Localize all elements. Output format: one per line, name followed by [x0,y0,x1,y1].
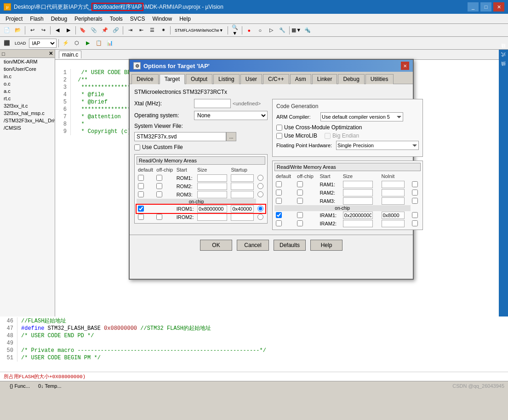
iram2-offchip-cb[interactable] [297,220,303,226]
bookmark2-button[interactable]: 📎 [89,25,99,35]
help-button[interactable]: Help [310,240,342,251]
back-button[interactable]: ◀ [52,25,63,35]
tab-output[interactable]: Output [186,74,212,84]
arm-compiler-select[interactable]: Use default compiler version 5 [320,112,403,121]
iram2-noinit-cb[interactable] [412,220,418,226]
ram3-default-cb[interactable] [276,198,282,204]
rom3-startup-radio[interactable] [257,191,263,197]
sidebar-close[interactable]: ✕ [49,51,53,57]
debug-run-button[interactable]: ▷ [266,25,276,35]
ram1-default-cb[interactable] [276,181,282,187]
stop-button[interactable]: ○ [255,25,265,35]
menu-project[interactable]: Project [2,15,26,23]
rom1-size-input[interactable] [231,174,254,182]
indent-button[interactable]: ⇥ [125,25,135,35]
rom2-start-input[interactable] [197,183,227,190]
iram2-size-input[interactable] [382,220,405,227]
func-tab[interactable]: {} Func... [6,382,34,390]
xtal-input[interactable] [194,99,231,108]
rom1-offchip-cb[interactable] [156,175,162,181]
grid-button[interactable]: ▦▼ [291,25,302,35]
tab-linker[interactable]: Linker [312,74,337,84]
tb2-play[interactable]: ▶ [83,38,93,48]
ram2-noinit-cb[interactable] [412,190,418,196]
ram1-start-input[interactable] [343,181,373,188]
ram2-offchip-cb[interactable] [297,190,303,196]
undo-button[interactable]: ↩ [27,25,37,35]
run-button[interactable]: ● [244,25,254,35]
ram2-default-cb[interactable] [276,190,282,196]
tb2-btn1[interactable]: ⬛ [2,38,12,48]
irom1-startup-radio[interactable] [257,206,263,212]
irom2-size-input[interactable] [231,213,254,221]
tab-user[interactable]: User [240,74,262,84]
rom2-size-input[interactable] [231,183,254,190]
irom2-default-cb[interactable] [138,214,144,220]
sidebar-item-8[interactable]: /STM32F3xx_HAL_Driv [0,117,55,124]
sidebar-item-2[interactable]: in.c [0,73,55,80]
iram1-size-input[interactable] [382,212,405,219]
iram2-default-cb[interactable] [276,220,282,226]
settings-button[interactable]: 🔧 [277,25,287,35]
ram3-size-input[interactable] [382,197,405,205]
sidebar-item-0[interactable]: tion/MDK-ARM [0,58,55,65]
bottom-code-area[interactable]: 46 //FLASH起始地址 47#define STM32_FLASH_BAS… [0,316,508,372]
sidebar-item-9[interactable]: /CMSIS [0,124,55,132]
cancel-button[interactable]: Cancel [237,240,269,251]
irom1-size-input[interactable] [231,205,254,213]
rom3-offchip-cb[interactable] [156,191,162,197]
new-file-button[interactable]: 📄 [2,25,12,35]
ram1-size-input[interactable] [382,181,405,188]
os-select[interactable]: None [194,111,268,120]
rom3-default-cb[interactable] [138,191,144,197]
iram2-start-input[interactable] [343,220,373,227]
temp-tab[interactable]: 0↓ Temp... [34,382,66,390]
irom1-default-cb[interactable] [138,206,144,212]
ram3-start-input[interactable] [343,197,373,205]
sidebar-item-6[interactable]: 32f3xx_it.c [0,102,55,109]
ok-button[interactable]: OK [200,240,232,251]
rom2-default-cb[interactable] [138,183,144,189]
sysviewer-browse-button[interactable]: ... [226,132,236,141]
bookmark3-button[interactable]: 📌 [100,25,110,35]
irom2-startup-radio[interactable] [257,214,263,220]
ram2-size-input[interactable] [382,189,405,196]
maximize-button[interactable]: □ [480,2,491,12]
microlib-cb[interactable] [276,133,282,139]
ram1-offchip-cb[interactable] [297,181,303,187]
format-button[interactable]: ☰ [147,25,157,35]
rom2-offchip-cb[interactable] [156,183,162,189]
menu-peripherals[interactable]: Peripherals [71,15,106,23]
menu-svcs[interactable]: SVCS [126,15,149,23]
sidebar-item-7[interactable]: 32f3xx_hal_msp.c [0,109,55,117]
tab-asm[interactable]: Asm [290,74,311,84]
sidebar-item-4[interactable]: a.c [0,87,55,95]
tab-cpp[interactable]: C/C++ [263,74,289,84]
dialog-close-button[interactable]: ✕ [401,62,409,70]
iram1-default-cb[interactable] [276,212,282,218]
comment-button[interactable]: ⁕ [158,25,168,35]
sidebar-item-3[interactable]: o.c [0,80,55,87]
iram1-offchip-cb[interactable] [297,212,303,218]
tab-target[interactable]: Target [160,74,185,84]
menu-tools[interactable]: Tools [106,15,126,23]
menu-help[interactable]: Help [176,15,194,23]
ram1-noinit-cb[interactable] [412,181,418,187]
use-custom-file-checkbox[interactable] [134,144,140,150]
close-button[interactable]: ✕ [493,2,504,12]
rom3-start-input[interactable] [197,191,227,198]
ram2-start-input[interactable] [343,189,373,196]
tab-debug[interactable]: Debug [338,74,364,84]
menu-debug[interactable]: Debug [47,15,71,23]
tab-utilities[interactable]: Utilities [365,74,394,84]
menu-flash[interactable]: Flash [26,15,47,23]
cross-module-cb[interactable] [276,125,282,131]
sidebar-item-1[interactable]: tion/User/Core [0,65,55,73]
search-button[interactable]: 🔍▼ [230,25,240,35]
unindent-button[interactable]: ⇤ [136,25,146,35]
target-dropdown[interactable]: IAP [29,39,57,48]
rom1-start-input[interactable] [197,174,227,182]
tab-device[interactable]: Device [131,74,159,84]
forward-button[interactable]: ▶ [63,25,74,35]
rom1-startup-radio[interactable] [257,175,263,181]
